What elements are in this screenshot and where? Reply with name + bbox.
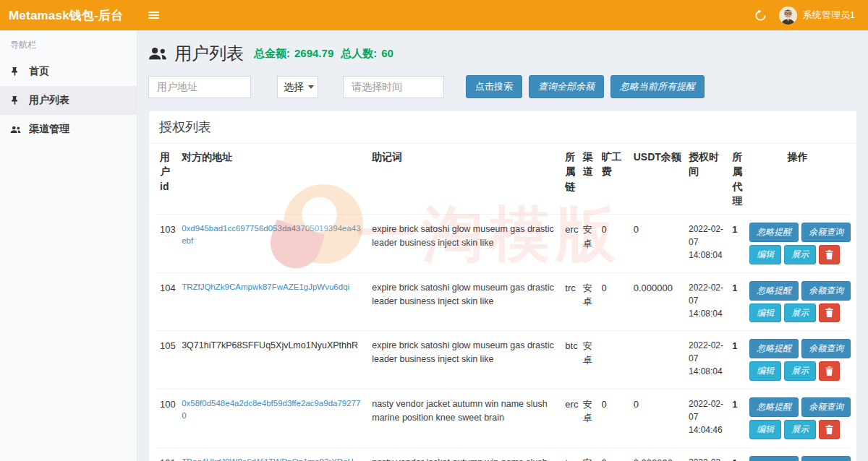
ignore-reminder-button[interactable]: 忽略提醒 — [749, 339, 799, 358]
ignore-all-reminders-button[interactable]: 忽略当前所有提醒 — [610, 75, 705, 98]
totals-summary: 总金额: 2694.79 总人数: 60 — [254, 47, 396, 61]
users-icon — [148, 46, 167, 61]
table-row: 100 0x58f0d548e4a2dc8e4bf59d3ffe2ac9a9da… — [156, 389, 849, 447]
delete-button[interactable] — [819, 420, 840, 439]
table-row: 104 TRZfJQhZk9CAmpwk87FwAZE1gJpWvu6dqi e… — [156, 272, 849, 331]
sidebar-item-label: 用户列表 — [29, 94, 69, 107]
cell-usdt-balance — [630, 331, 685, 389]
total-count-label: 总人数: — [341, 47, 377, 61]
delete-button[interactable] — [819, 361, 840, 381]
trash-icon — [825, 425, 833, 434]
users-icon — [10, 124, 21, 135]
address-link[interactable]: TBgq4HkdJ9W8o6rWi1TWDnQp1mo82rXDqH — [182, 456, 365, 461]
cell-channel: 安卓 — [579, 272, 597, 331]
table-body: 103 0xd945bad1cc697756d053da43705019394e… — [156, 215, 849, 461]
sidebar-item-label: 渠道管理 — [29, 123, 69, 136]
cell-agent: 1 — [728, 331, 746, 389]
table-row: 101 TBgq4HkdJ9W8o6rWi1TWDnQp1mo82rXDqH n… — [156, 447, 849, 461]
table-row: 103 0xd945bad1cc697756d053da43705019394e… — [156, 215, 849, 273]
sidebar-section-label: 导航栏 — [0, 30, 137, 57]
cell-mnemonic: expire brick satoshi glow museum gas dra… — [368, 331, 561, 389]
trash-icon — [825, 250, 833, 259]
edit-button[interactable]: 编辑 — [749, 245, 781, 264]
balance-query-button[interactable]: 余额查询 — [801, 339, 851, 358]
show-button[interactable]: 展示 — [784, 361, 816, 381]
cell-chain: erc — [561, 215, 579, 273]
total-amount-label: 总金额: — [254, 47, 290, 61]
sidebar-item-channel-management[interactable]: 渠道管理 — [0, 115, 137, 144]
avatar — [779, 7, 797, 25]
app-logo[interactable]: Metamask钱包-后台 — [0, 0, 137, 30]
cell-mnemonic: nasty vendor jacket autumn win name slus… — [368, 389, 561, 447]
balance-query-button[interactable]: 余额查询 — [801, 397, 851, 417]
show-button[interactable]: 展示 — [784, 245, 816, 264]
col-mnemonic: 助记词 — [368, 144, 561, 215]
top-navbar: Metamask钱包-后台 系统管理员1 — [0, 0, 868, 30]
panel-title: 授权列表 — [149, 111, 856, 144]
cell-chain: trc — [561, 447, 579, 461]
cell-agent: 1 — [728, 215, 746, 273]
ignore-reminder-button[interactable]: 忽略提醒 — [749, 397, 799, 417]
sidebar-item-user-list[interactable]: 用户列表 — [0, 86, 137, 115]
cell-actions: 忽略提醒 余额查询 编辑 展示 — [746, 272, 849, 331]
cell-miner-fee: 0 — [598, 215, 630, 273]
cell-chain: btc — [561, 331, 579, 389]
cell-usdt-balance: 0.000000 — [630, 272, 685, 331]
panel-body: 用户id 对方的地址 助记词 所属链 渠道 旷工费 USDT余额 授权时间 所属… — [149, 144, 856, 461]
edit-button[interactable]: 编辑 — [749, 361, 781, 381]
ignore-reminder-button[interactable]: 忽略提醒 — [749, 281, 799, 301]
authorization-list-panel: 授权列表 用户id 对方的地址 助记词 所属链 — [148, 111, 857, 461]
cell-channel: 安卓 — [579, 331, 597, 389]
show-button[interactable]: 展示 — [784, 303, 816, 323]
cell-channel: 安卓 — [579, 389, 597, 447]
query-all-balance-button[interactable]: 查询全部余额 — [529, 75, 604, 98]
cell-miner-fee: 0 — [598, 447, 630, 461]
delete-button[interactable] — [819, 245, 840, 264]
chain-select[interactable]: 选择 — [277, 76, 318, 98]
authorization-table: 用户id 对方的地址 助记词 所属链 渠道 旷工费 USDT余额 授权时间 所属… — [156, 144, 849, 461]
cell-auth-time: 2022-02-07 14:04:46 — [685, 447, 728, 461]
address-link[interactable]: TRZfJQhZk9CAmpwk87FwAZE1gJpWvu6dqi — [182, 281, 365, 293]
username-label: 系统管理员1 — [803, 9, 855, 22]
cell-user-id: 103 — [156, 215, 178, 273]
chain-select-wrap: 选择 — [277, 76, 318, 98]
edit-button[interactable]: 编辑 — [749, 303, 781, 323]
balance-query-button[interactable]: 余额查询 — [801, 281, 851, 301]
cell-channel: 安卓 — [579, 215, 597, 273]
ignore-reminder-button[interactable]: 忽略提醒 — [749, 456, 799, 461]
cell-miner-fee: 0 — [598, 389, 630, 447]
cell-miner-fee — [598, 331, 630, 389]
time-picker-input[interactable] — [343, 76, 444, 98]
sidebar: 导航栏 首页 用户列表 — [0, 30, 137, 461]
cell-address: 0xd945bad1cc697756d053da43705019394ea43e… — [178, 215, 368, 273]
search-button[interactable]: 点击搜索 — [466, 75, 522, 98]
sidebar-toggle-icon[interactable] — [137, 0, 169, 30]
cell-actions: 忽略提醒 余额查询 编辑 展示 — [746, 331, 849, 389]
sidebar-item-home[interactable]: 首页 — [0, 57, 137, 86]
col-actions: 操作 — [746, 144, 849, 215]
delete-button[interactable] — [819, 303, 840, 323]
cell-address: TBgq4HkdJ9W8o6rWi1TWDnQp1mo82rXDqH — [178, 447, 368, 461]
trash-icon — [825, 308, 833, 317]
ignore-reminder-button[interactable]: 忽略提醒 — [749, 223, 799, 242]
cell-miner-fee: 0 — [598, 272, 630, 331]
refresh-icon[interactable] — [754, 9, 767, 22]
show-button[interactable]: 展示 — [784, 420, 816, 439]
total-count-value: 60 — [381, 47, 393, 59]
user-address-input[interactable] — [148, 76, 251, 98]
cell-channel: 安卓 — [579, 447, 597, 461]
address-link[interactable]: 0x58f0d548e4a2dc8e4bf59d3ffe2ac9a9da7927… — [182, 397, 365, 423]
address-link[interactable]: 0xd945bad1cc697756d053da43705019394ea43e… — [182, 223, 365, 248]
address-link: 3Q71hiT7kP68SFFUq5XjvLmo1NyuXPthhR — [182, 339, 365, 353]
user-menu[interactable]: 系统管理员1 — [779, 7, 855, 25]
balance-query-button[interactable]: 余额查询 — [801, 456, 851, 461]
cell-user-id: 104 — [156, 272, 178, 331]
cell-auth-time: 2022-02-07 14:04:46 — [685, 389, 728, 447]
edit-button[interactable]: 编辑 — [749, 420, 781, 439]
pin-icon — [10, 95, 21, 106]
navbar-right: 系统管理员1 — [754, 0, 868, 30]
total-amount-value: 2694.79 — [294, 47, 333, 59]
cell-user-id: 101 — [156, 447, 178, 461]
balance-query-button[interactable]: 余额查询 — [801, 223, 851, 242]
cell-usdt-balance: 0.000000 — [630, 447, 685, 461]
